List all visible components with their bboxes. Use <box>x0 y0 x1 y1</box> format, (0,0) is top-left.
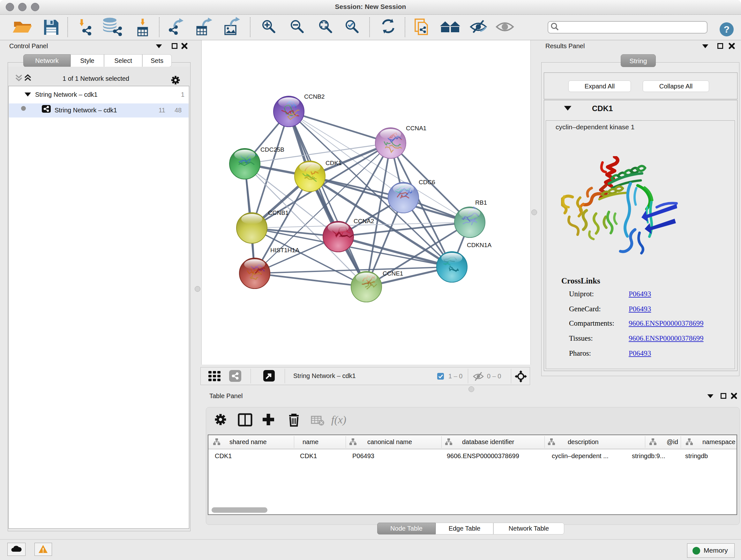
svg-text:CDC6: CDC6 <box>419 179 435 186</box>
svg-text:RB1: RB1 <box>475 199 487 206</box>
svg-text:f(x): f(x) <box>331 414 346 426</box>
svg-text:CCNA2: CCNA2 <box>354 218 374 225</box>
svg-text:HIST1H1A: HIST1H1A <box>270 247 299 253</box>
svg-text:CDC25B: CDC25B <box>260 146 284 153</box>
svg-text:CCNE1: CCNE1 <box>383 270 403 277</box>
svg-text:CCNB2: CCNB2 <box>304 93 325 100</box>
svg-text:?: ? <box>724 24 730 35</box>
svg-text:CCNB1: CCNB1 <box>268 209 288 216</box>
svg-text:CDKN1A: CDKN1A <box>467 242 491 248</box>
svg-text:CDK1: CDK1 <box>326 160 342 166</box>
svg-text:CCNA1: CCNA1 <box>406 125 426 132</box>
